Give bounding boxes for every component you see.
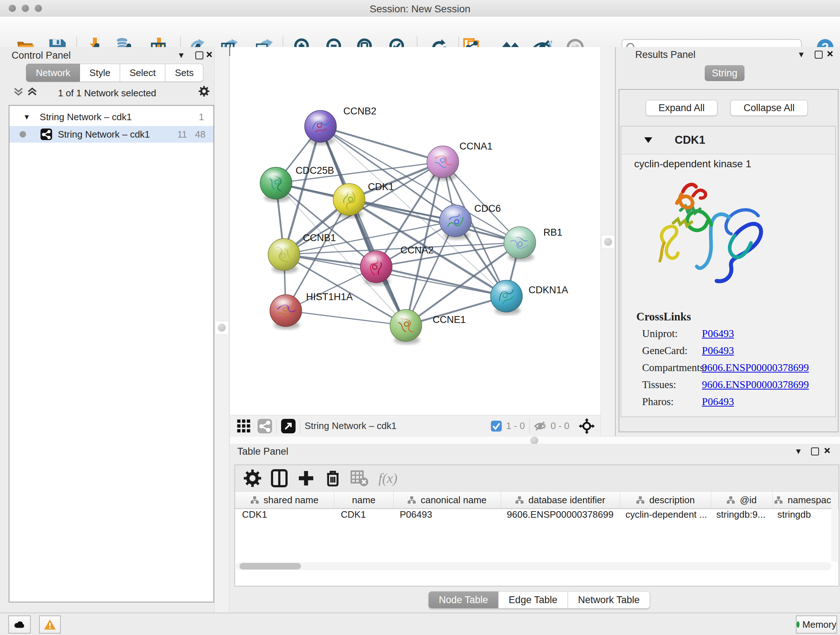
crosslink-link[interactable]: P06493 — [702, 328, 734, 339]
control-panel-close-button[interactable] — [206, 51, 212, 57]
results-panel-menu-caret[interactable]: ▼ — [797, 50, 805, 59]
tab-network[interactable]: Network — [26, 64, 80, 82]
column-header[interactable]: database identifier — [501, 492, 620, 508]
crosslinks-heading: CrossLinks — [636, 310, 691, 323]
delete-table-icon[interactable] — [350, 469, 369, 488]
memory-button[interactable]: Memory — [796, 616, 837, 633]
control-panel-float-button[interactable] — [195, 51, 203, 59]
network-collection-label: String Network – cdk1 — [40, 111, 132, 123]
selected-checkbox-icon[interactable] — [491, 421, 502, 432]
network-badge-gray-icon[interactable] — [257, 419, 272, 433]
hierarchy-icon — [251, 496, 259, 504]
cell-database-identifier[interactable]: 9606.ENSP00000378699 — [500, 509, 619, 525]
add-column-icon[interactable] — [297, 469, 316, 488]
protein-structure-image — [643, 174, 766, 290]
network-view-title: String Network – cdk1 — [305, 420, 396, 432]
tab-string[interactable]: String — [705, 65, 745, 81]
tab-sets[interactable]: Sets — [165, 64, 203, 82]
section-caret-icon[interactable] — [644, 137, 652, 143]
table-vertical-scrollbar[interactable] — [831, 492, 838, 562]
cell-description[interactable]: cyclin-dependent ... — [619, 509, 709, 525]
gene-description: cyclin-dependent kinase 1 — [634, 158, 752, 170]
expand-all-button[interactable]: Expand All — [646, 100, 717, 116]
crosslink-link[interactable]: P06493 — [702, 345, 734, 356]
network-options-gear-icon[interactable] — [198, 86, 210, 97]
network-status-dot-icon — [19, 131, 26, 138]
cell-id[interactable]: stringdb:9... — [709, 509, 771, 525]
control-panel-tabs: Network Style Select Sets — [26, 64, 203, 82]
column-header[interactable]: name — [334, 492, 393, 508]
crosslink-label: Tissues: — [642, 379, 699, 391]
collapse-all-button[interactable]: Collapse All — [730, 100, 808, 116]
column-header[interactable]: shared name — [235, 492, 334, 508]
column-header[interactable]: description — [620, 492, 711, 508]
network-label: String Network – cdk1 — [58, 129, 150, 140]
tab-style[interactable]: Style — [80, 64, 120, 82]
svg-text:CCNA1: CCNA1 — [459, 141, 493, 152]
birds-eye-grid-icon[interactable] — [237, 419, 251, 433]
crosslink-link[interactable]: 9606.ENSP00000378699 — [702, 362, 809, 373]
right-splitter[interactable] — [600, 47, 616, 436]
hierarchy-icon — [636, 496, 644, 504]
toolbar-separator — [529, 419, 530, 433]
network-collection-row[interactable]: ▼ String Network – cdk1 1 — [9, 109, 213, 125]
network-tree: ▼ String Network – cdk1 1 String Network… — [9, 105, 214, 602]
memory-label: Memory — [802, 619, 836, 630]
table-tabs: Node Table Edge Table Network Table — [428, 591, 650, 608]
results-panel: Results Panel ▼ String Expand All Collap… — [615, 47, 840, 436]
table-row[interactable]: CDK1 CDK1 P06493 9606.ENSP00000378699 cy… — [235, 509, 838, 525]
open-in-new-window-icon[interactable] — [281, 419, 295, 433]
column-header[interactable]: canonical name — [393, 492, 501, 508]
cell-namespace[interactable]: stringdb — [771, 509, 838, 525]
control-panel-menu-caret[interactable]: ▼ — [177, 51, 185, 60]
cell-name[interactable]: CDK1 — [334, 509, 393, 525]
horizontal-splitter-handle[interactable] — [531, 437, 538, 445]
table-panel-close-button[interactable] — [824, 448, 830, 454]
tab-network-table[interactable]: Network Table — [568, 591, 651, 608]
table-panel-float-button[interactable] — [811, 448, 819, 455]
network-edge-count: 48 — [195, 129, 205, 140]
hidden-eye-slash-icon[interactable] — [534, 420, 546, 432]
crosslink-row: Compartments: 9606.ENSP00000378699 — [642, 362, 809, 374]
network-canvas-svg: CCNB2CCNA1CDC25BCDK1CDC6RB1CCNB1CCNA2CDK… — [230, 47, 600, 415]
results-panel-close-button[interactable] — [827, 51, 833, 57]
network-view-toolbar: String Network – cdk1 1 - 0 0 - 0 — [230, 415, 600, 437]
crosslink-link[interactable]: 9606.ENSP00000378699 — [702, 379, 809, 390]
results-panel-float-button[interactable] — [815, 51, 823, 59]
network-row[interactable]: String Network – cdk1 11 48 — [9, 126, 213, 143]
cloud-button[interactable] — [8, 616, 31, 633]
fit-content-crosshair-icon[interactable] — [579, 418, 595, 434]
tab-node-table[interactable]: Node Table — [428, 591, 499, 608]
network-selection-status: 1 of 1 Network selected — [0, 88, 214, 99]
gene-section-header[interactable]: CDK1 — [621, 126, 835, 154]
left-splitter[interactable] — [214, 47, 229, 613]
horizontal-splitter[interactable] — [230, 436, 840, 445]
tab-edge-table[interactable]: Edge Table — [499, 591, 568, 608]
delete-column-trash-icon[interactable] — [324, 469, 342, 488]
crosslink-label: GeneCard: — [642, 345, 699, 356]
warnings-button[interactable] — [39, 616, 61, 633]
network-canvas[interactable]: CCNB2CCNA1CDC25BCDK1CDC6RB1CCNB1CCNA2CDK… — [230, 47, 600, 415]
column-header[interactable]: namespace — [773, 492, 838, 508]
show-columns-icon[interactable] — [270, 469, 289, 488]
titlebar: Session: New Session — [0, 0, 840, 17]
right-splitter-handle[interactable] — [601, 235, 615, 249]
svg-text:CDC6: CDC6 — [474, 203, 501, 214]
cell-shared-name[interactable]: CDK1 — [235, 509, 334, 525]
hierarchy-icon — [775, 496, 783, 504]
table-settings-gear-icon[interactable] — [243, 469, 262, 488]
table-horizontal-scrollbar[interactable] — [236, 562, 831, 570]
tab-select[interactable]: Select — [120, 64, 165, 82]
crosslink-row: GeneCard: P06493 — [642, 345, 734, 356]
column-header[interactable]: @id — [711, 492, 773, 508]
table-panel-menu-caret[interactable]: ▼ — [794, 447, 802, 456]
crosslink-row: Tissues: 9606.ENSP00000378699 — [642, 379, 809, 391]
main-toolbar: ? — [0, 17, 840, 48]
cell-canonical-name[interactable]: P06493 — [393, 509, 500, 525]
gene-name: CDK1 — [675, 134, 705, 147]
function-builder-icon[interactable]: f(x) — [378, 470, 398, 486]
left-splitter-handle[interactable] — [215, 321, 229, 334]
node-table: f(x) shared name name canonical name dat… — [234, 464, 839, 586]
tree-caret-icon[interactable]: ▼ — [23, 113, 30, 121]
crosslink-link[interactable]: P06493 — [702, 396, 734, 407]
